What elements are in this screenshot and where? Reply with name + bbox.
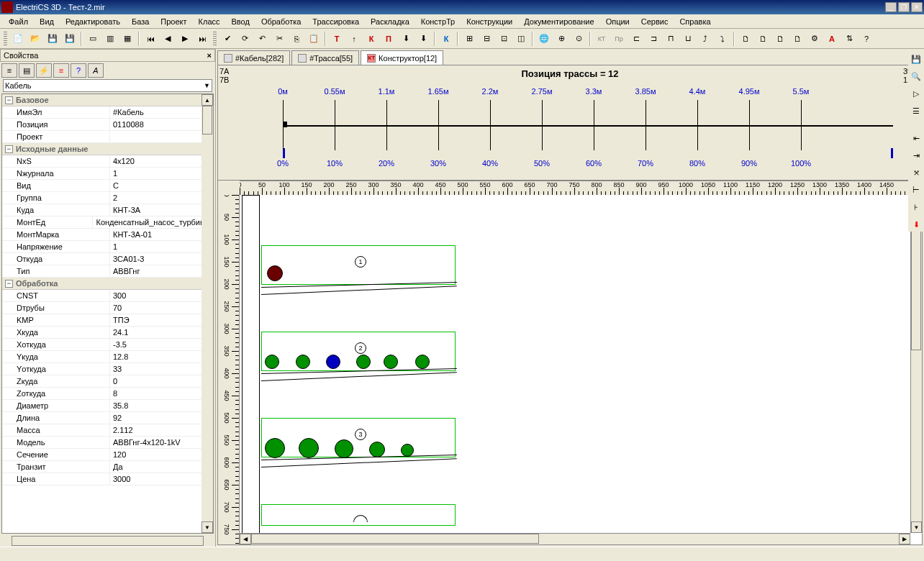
scroll-up-button[interactable]: ▲ bbox=[201, 94, 213, 106]
toolbar-grip[interactable] bbox=[213, 32, 217, 46]
scroll-thumb[interactable] bbox=[202, 106, 212, 134]
copy-button[interactable]: ⎘ bbox=[289, 31, 304, 47]
vscroll-down[interactable]: ▼ bbox=[911, 521, 922, 533]
prop-value[interactable]: 0110088 bbox=[110, 119, 213, 130]
menu-Раскладка[interactable]: Раскладка bbox=[365, 16, 415, 27]
prop-value[interactable]: 120 bbox=[110, 449, 213, 460]
collapse-icon[interactable]: − bbox=[5, 280, 13, 288]
prop-row[interactable]: Группа2 bbox=[2, 192, 213, 204]
filter-input[interactable] bbox=[5, 81, 204, 90]
meter-ruler[interactable]: 0м0%0.55м10%1.1м20%1.65м30%2.2м40%2.75м5… bbox=[283, 87, 893, 159]
prop-section[interactable]: −Исходные данные bbox=[2, 143, 213, 155]
prop-value[interactable]: АВВГнг bbox=[110, 265, 213, 277]
prop-row[interactable]: ВидС bbox=[2, 180, 213, 192]
prop-value[interactable]: 0 bbox=[110, 375, 213, 387]
prop-row[interactable]: Цена3000 bbox=[2, 473, 213, 485]
prop-row[interactable]: Yкуда12.8 bbox=[2, 351, 213, 363]
menu-Обработка[interactable]: Обработка bbox=[255, 16, 307, 27]
prop-value[interactable]: Да bbox=[110, 461, 213, 473]
prop-row[interactable]: Zкуда0 bbox=[2, 375, 213, 388]
collapse-icon[interactable]: − bbox=[5, 96, 13, 104]
tree1-button[interactable]: ⤴ bbox=[697, 31, 713, 47]
menu-Проект[interactable]: Проект bbox=[155, 16, 192, 27]
view2-button[interactable]: ▥ bbox=[102, 31, 118, 47]
prop-value[interactable]: Конденсатный_насос_турбины bbox=[93, 216, 213, 228]
menu-Редактировать[interactable]: Редактировать bbox=[60, 16, 126, 27]
prop-value[interactable]: КНТ-3А bbox=[110, 204, 213, 216]
view1-button[interactable]: ▭ bbox=[85, 31, 101, 47]
prop-row[interactable]: МодельАВВГнг-4x120-1kV bbox=[2, 437, 213, 449]
rtb-layers-icon[interactable]: ☰ bbox=[909, 104, 923, 118]
net2-button[interactable]: ⊟ bbox=[479, 31, 494, 47]
prop-row[interactable]: МонтЕдКонденсатный_насос_турбины bbox=[2, 216, 213, 229]
prop-value[interactable]: КНТ-3А-01 bbox=[110, 229, 213, 240]
prop-row[interactable]: Nжурнала1 bbox=[2, 168, 213, 180]
cable-circle[interactable] bbox=[369, 442, 385, 457]
prop-btn2[interactable]: ▤ bbox=[19, 63, 35, 78]
prop-row[interactable]: Xоткуда-3.5 bbox=[2, 339, 213, 351]
prop-hscroll[interactable] bbox=[0, 535, 215, 547]
view5-button[interactable]: ⊕ bbox=[553, 31, 569, 47]
rtb-save-icon[interactable]: 💾 bbox=[909, 52, 923, 66]
menu-Сервис[interactable]: Сервис bbox=[635, 16, 674, 27]
nav-last-button[interactable]: ⏭ bbox=[194, 31, 210, 47]
properties-scrollbar[interactable]: ▲ ▼ bbox=[201, 94, 213, 533]
cable-circle[interactable] bbox=[296, 355, 310, 369]
prop-row[interactable]: Откуда3CA01-3 bbox=[2, 253, 213, 265]
menu-Класс[interactable]: Класс bbox=[193, 16, 226, 27]
view6-button[interactable]: ⊙ bbox=[571, 31, 586, 47]
menu-Вид[interactable]: Вид bbox=[34, 16, 60, 27]
prop-value[interactable]: 1 bbox=[110, 241, 213, 252]
doc4-button[interactable]: 🗋 bbox=[789, 31, 805, 47]
prop-value[interactable]: #Кабель bbox=[110, 106, 213, 118]
commit-button[interactable]: ✔ bbox=[219, 31, 235, 47]
doc-tab[interactable]: КТКонструктор[12] bbox=[361, 50, 443, 65]
prop-value[interactable]: 33 bbox=[110, 363, 213, 375]
pr-button[interactable]: Пр bbox=[611, 31, 627, 47]
down2-button[interactable]: ⬇ bbox=[415, 31, 431, 47]
arrow-button[interactable]: ↑ bbox=[346, 31, 362, 47]
tree2-button[interactable]: ⤵ bbox=[715, 31, 730, 47]
properties-filter[interactable]: ▼ bbox=[3, 79, 212, 92]
prop-row[interactable]: КудаКНТ-3А bbox=[2, 204, 213, 216]
menu-Ввод[interactable]: Ввод bbox=[226, 16, 255, 27]
rtb-down-icon[interactable]: ⬇ bbox=[909, 217, 923, 232]
prop-row[interactable]: KMPТПЭ bbox=[2, 314, 213, 327]
cable-circle[interactable] bbox=[335, 439, 353, 458]
prop-btn3[interactable]: ⚡ bbox=[36, 63, 52, 78]
prop-row[interactable]: ТранзитДа bbox=[2, 461, 213, 473]
menu-Справка[interactable]: Справка bbox=[674, 16, 716, 27]
prop-row[interactable]: Dтрубы70 bbox=[2, 302, 213, 314]
prop-row[interactable]: Проект bbox=[2, 131, 213, 143]
prop-row[interactable]: Yоткуда33 bbox=[2, 363, 213, 375]
doc-tab[interactable]: #Трасса[55] bbox=[291, 50, 359, 65]
prop-value[interactable]: 3CA01-3 bbox=[110, 253, 213, 265]
hscroll-left[interactable]: ◀ bbox=[240, 534, 251, 544]
view4-button[interactable]: 🌐 bbox=[536, 31, 552, 47]
filter-dropdown-icon[interactable]: ▼ bbox=[204, 82, 210, 89]
minimize-button[interactable]: _ bbox=[885, 2, 897, 12]
rtb-zoom-icon[interactable]: 🔍 bbox=[909, 69, 923, 83]
menu-Документирование[interactable]: Документирование bbox=[518, 16, 599, 27]
prop-value[interactable]: ТПЭ bbox=[110, 314, 213, 326]
prop-row[interactable]: ИмяЭл#Кабель bbox=[2, 106, 213, 119]
prop-value[interactable]: 2.112 bbox=[110, 424, 213, 436]
hscroll-thumb[interactable] bbox=[251, 534, 539, 544]
save-button[interactable]: 💾 bbox=[45, 31, 60, 47]
cable-circle[interactable] bbox=[265, 438, 285, 458]
view3-button[interactable]: ▦ bbox=[119, 31, 135, 47]
prop-value[interactable] bbox=[110, 131, 213, 142]
prop-row[interactable]: Диаметр35.8 bbox=[2, 400, 213, 412]
prop-value[interactable]: -3.5 bbox=[110, 339, 213, 350]
prop-btn4[interactable]: ≡ bbox=[53, 63, 69, 78]
prop-value[interactable]: 12.8 bbox=[110, 351, 213, 362]
nav-next-button[interactable]: ▶ bbox=[177, 31, 193, 47]
struct3-button[interactable]: ⊓ bbox=[663, 31, 679, 47]
prop-value[interactable]: 3000 bbox=[110, 473, 213, 485]
down1-button[interactable]: ⬇ bbox=[398, 31, 414, 47]
cable-circle[interactable] bbox=[326, 355, 340, 369]
prop-value[interactable]: 300 bbox=[110, 290, 213, 301]
prop-row[interactable]: Напряжение1 bbox=[2, 241, 213, 253]
cable-circle[interactable] bbox=[401, 444, 414, 457]
cable-circle[interactable] bbox=[299, 438, 319, 458]
